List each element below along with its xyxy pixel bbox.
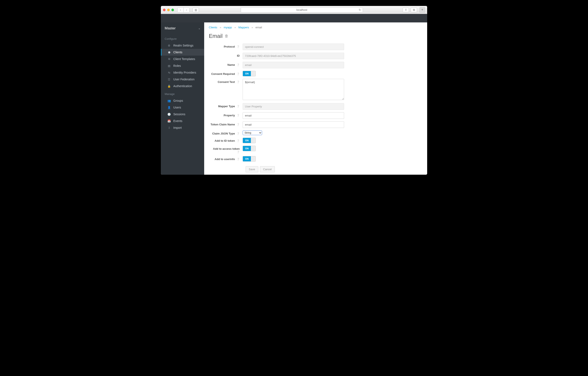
scrollbar[interactable] — [426, 22, 427, 175]
forward-button[interactable]: › — [183, 8, 189, 12]
toggle-on-label: ON — [243, 71, 251, 76]
add-to-userinfo-toggle[interactable]: ON — [243, 156, 256, 161]
sidebar-item-label: Client Templates — [173, 57, 195, 61]
app-topbar — [161, 14, 427, 22]
back-button[interactable]: ‹ — [178, 8, 183, 12]
help-icon[interactable]: ❔ — [237, 158, 240, 161]
label-protocol: Protocol ❔ — [209, 43, 243, 48]
calendar-icon: 📅 — [168, 119, 171, 123]
property-input[interactable] — [243, 112, 344, 119]
database-icon: ☲ — [168, 78, 171, 81]
label-token-claim-name: Token Claim Name ❔ — [209, 121, 243, 126]
section-manage: Manage — [161, 89, 204, 97]
form-actions: Save Cancel — [246, 166, 408, 172]
sidebar-item-realm-settings[interactable]: ⚙ Realm Settings — [161, 42, 204, 49]
section-configure: Configure — [161, 34, 204, 42]
help-icon[interactable]: ❔ — [237, 81, 240, 84]
trash-icon: 🗑 — [225, 34, 229, 38]
sidebar-item-clients[interactable]: ⬢ Clients — [161, 49, 204, 56]
label-mapper-type: Mapper Type ❔ — [209, 103, 243, 108]
token-claim-name-input[interactable] — [243, 121, 344, 128]
new-tab-button[interactable]: + — [420, 7, 425, 13]
toggle-off-segment — [251, 138, 255, 143]
label-name: Name ❔ — [209, 62, 243, 66]
toggle-off-segment — [251, 156, 255, 161]
breadcrumb-sep: » — [220, 26, 221, 29]
breadcrumb-clients[interactable]: Clients — [209, 26, 217, 29]
app-body: Master ⌄ Configure ⚙ Realm Settings ⬢ Cl… — [161, 22, 427, 175]
url-text: localhost — [296, 8, 307, 11]
maximize-window-button[interactable] — [171, 9, 174, 11]
help-icon[interactable]: ❔ — [237, 114, 240, 117]
realm-name: Master — [165, 26, 176, 31]
breadcrumb-client[interactable]: myapp — [224, 26, 232, 29]
import-icon: ⇩ — [168, 126, 171, 129]
sidebar-item-events[interactable]: 📅 Events — [161, 118, 204, 124]
sidebar-item-label: Roles — [173, 64, 181, 67]
sidebar-item-label: Groups — [173, 99, 183, 102]
tabs-button[interactable]: ⧉ — [411, 8, 417, 12]
help-icon[interactable]: ❔ — [237, 150, 240, 153]
sidebar-item-import[interactable]: ⇩ Import — [161, 124, 204, 131]
address-bar[interactable]: localhost ↻ — [241, 7, 363, 12]
breadcrumb: Clients » myapp » Mappers » email — [209, 26, 422, 29]
consent-required-toggle[interactable]: ON — [243, 71, 256, 76]
help-icon[interactable]: ❔ — [237, 132, 240, 135]
toggle-off-segment — [251, 71, 255, 76]
sliders-icon: ⚙ — [168, 44, 171, 47]
share-button[interactable]: ⇧ — [403, 8, 409, 12]
help-icon[interactable]: ❔ — [237, 45, 240, 48]
sidebar-item-label: Events — [173, 119, 182, 123]
add-to-access-token-toggle[interactable]: ON — [243, 146, 256, 151]
browser-window: ‹ › ▥ localhost ↻ ⇧ ⧉ + Master ⌄ — [161, 6, 427, 175]
label-consent-required: Consent Required ❔ — [209, 71, 243, 75]
share-icon: ⇧ — [405, 8, 407, 11]
sidebar-icon: ▥ — [195, 9, 197, 11]
sidebar-item-identity-providers[interactable]: ⇆ Identity Providers — [161, 69, 204, 76]
add-to-id-token-toggle[interactable]: ON — [243, 138, 256, 143]
save-button[interactable]: Save — [246, 166, 258, 172]
realm-selector[interactable]: Master ⌄ — [161, 22, 204, 34]
cube-icon: ⬢ — [168, 51, 171, 54]
label-property: Property ❔ — [209, 112, 243, 117]
help-icon[interactable]: ❔ — [237, 105, 240, 108]
sidebar: Master ⌄ Configure ⚙ Realm Settings ⬢ Cl… — [161, 22, 204, 175]
label-id: ID — [209, 53, 243, 57]
sidebar-item-groups[interactable]: 👥 Groups — [161, 97, 204, 104]
help-icon[interactable]: ❔ — [237, 73, 240, 75]
window-controls — [163, 9, 174, 11]
cubes-icon: ⧉ — [168, 57, 171, 61]
mapper-type-value: User Property — [243, 103, 344, 110]
help-icon[interactable]: ❔ — [237, 123, 240, 126]
sidebar-item-roles[interactable]: ▤ Roles — [161, 62, 204, 69]
exchange-icon: ⇆ — [168, 71, 171, 74]
sidebar-toggle-button[interactable]: ▥ — [193, 8, 199, 12]
reload-icon[interactable]: ↻ — [359, 8, 361, 11]
help-icon[interactable]: ❔ — [237, 64, 240, 66]
label-add-to-access-token: Add to access token ❔ — [209, 146, 243, 153]
sidebar-item-authentication[interactable]: 🔒 Authentication — [161, 83, 204, 89]
lock-icon: 🔒 — [168, 85, 171, 88]
sidebar-item-user-federation[interactable]: ☲ User Federation — [161, 76, 204, 83]
breadcrumb-mappers[interactable]: Mappers — [238, 26, 249, 29]
help-icon[interactable]: ❔ — [237, 139, 240, 142]
toggle-on-label: ON — [243, 138, 251, 143]
delete-mapper-button[interactable]: 🗑 — [225, 34, 229, 38]
minimize-window-button[interactable] — [167, 9, 170, 11]
id-value: 720fcaed-78f2-4310-94e8-ee27502bb375 — [243, 53, 344, 59]
sidebar-item-label: User Federation — [173, 78, 194, 81]
titlebar: ‹ › ▥ localhost ↻ ⇧ ⧉ + — [161, 6, 427, 14]
name-value: email — [243, 62, 344, 68]
consent-text-input[interactable] — [243, 79, 344, 100]
page-title: Email — [209, 33, 222, 39]
sidebar-item-label: Clients — [173, 51, 182, 54]
toggle-off-segment — [251, 146, 255, 151]
cancel-button[interactable]: Cancel — [260, 166, 275, 172]
close-window-button[interactable] — [163, 9, 166, 11]
sidebar-item-client-templates[interactable]: ⧉ Client Templates — [161, 56, 204, 62]
claim-json-type-select[interactable]: String — [243, 130, 262, 135]
label-consent-text: Consent Text ❔ — [209, 79, 243, 84]
sidebar-item-label: Identity Providers — [173, 71, 196, 74]
sidebar-item-users[interactable]: 👤 Users — [161, 104, 204, 111]
sidebar-item-sessions[interactable]: 🕓 Sessions — [161, 111, 204, 118]
